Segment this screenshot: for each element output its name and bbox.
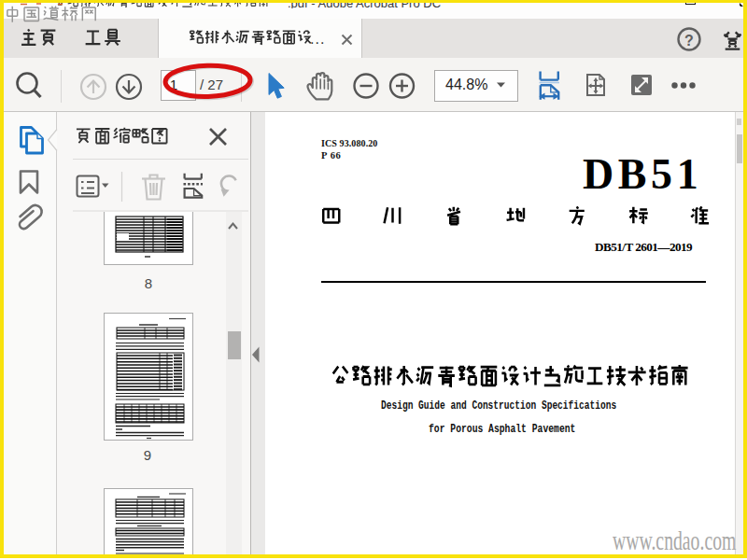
svg-text:?: ?	[684, 33, 694, 49]
